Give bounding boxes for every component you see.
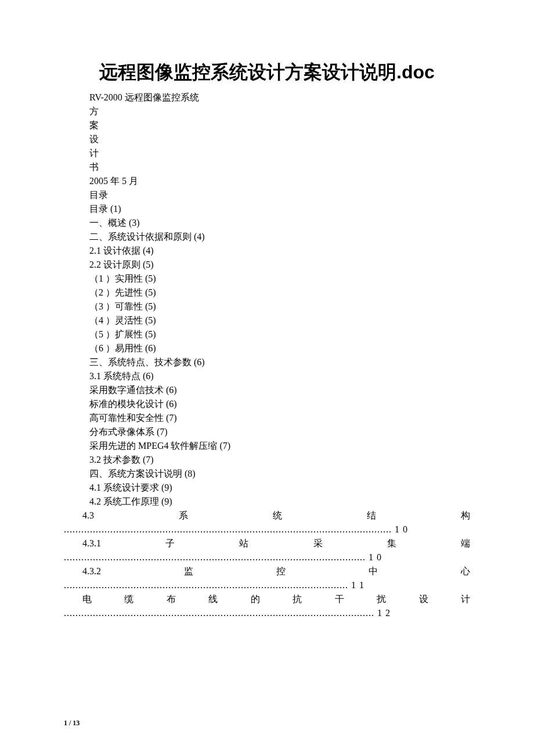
toc-dots: ........................................… bbox=[64, 606, 470, 620]
toc-item: 二、系统设计依据和原则 (4) bbox=[89, 230, 470, 244]
toc-justify-line: 4.3.2 监 控 中 心 bbox=[64, 564, 470, 578]
toc-item: 采用数字通信技术 (6) bbox=[89, 383, 470, 397]
toc-item: （1 ）实用性 (5) bbox=[89, 272, 470, 286]
page: 远程图像监控系统设计方案设计说明.doc RV-2000 远程图像监控系统 方 … bbox=[0, 0, 534, 756]
doc-title: 远程图像监控系统设计方案设计说明.doc bbox=[64, 58, 470, 86]
toc-item: 四、系统方案设计说明 (8) bbox=[89, 467, 470, 481]
cover-char-4: 书 bbox=[89, 160, 470, 174]
toc-item: （4 ）灵活性 (5) bbox=[89, 314, 470, 327]
toc-item: （2 ）先进性 (5) bbox=[89, 286, 470, 300]
toc-header: 目录 bbox=[89, 188, 470, 202]
toc-dots: ........................................… bbox=[64, 550, 470, 564]
doc-date: 2005 年 5 月 bbox=[89, 174, 470, 188]
toc-item: 标准的模块化设计 (6) bbox=[89, 397, 470, 411]
toc-item: （5 ）扩展性 (5) bbox=[89, 327, 470, 341]
cover-char-2: 设 bbox=[89, 132, 470, 146]
toc-item: （3 ）可靠性 (5) bbox=[89, 300, 470, 314]
toc-item: 2.1 设计依据 (4) bbox=[89, 244, 470, 258]
toc-dots: ........................................… bbox=[64, 578, 470, 592]
cover-char-0: 方 bbox=[89, 105, 470, 118]
toc-item: 一、概述 (3) bbox=[89, 216, 470, 230]
cover-char-1: 案 bbox=[89, 118, 470, 132]
toc-item: 4.2 系统工作原理 (9) bbox=[89, 495, 470, 509]
toc-item: 3.2 技术参数 (7) bbox=[89, 453, 470, 467]
toc-justify-line: 4.3.1 子 站 采 集 端 bbox=[64, 537, 470, 550]
toc-item: 2.2 设计原则 (5) bbox=[89, 258, 470, 272]
toc-justify-line: 4.3 系 统 结 构 bbox=[64, 509, 470, 523]
toc-dots: ........................................… bbox=[64, 523, 470, 537]
body-block: RV-2000 远程图像监控系统 方 案 设 计 书 2005 年 5 月 目录… bbox=[64, 91, 470, 509]
subtitle: RV-2000 远程图像监控系统 bbox=[89, 91, 470, 105]
toc-item: 分布式录像体系 (7) bbox=[89, 425, 470, 439]
toc-item: 4.1 系统设计要求 (9) bbox=[89, 481, 470, 495]
page-number: 1 / 13 bbox=[64, 718, 80, 728]
toc-item: 采用先进的 MPEG4 软件解压缩 (7) bbox=[89, 439, 470, 453]
toc-item: 3.1 系统特点 (6) bbox=[89, 369, 470, 383]
toc-justify-line: 电 缆 布 线 的 抗 干 扰 设 计 bbox=[64, 592, 470, 606]
toc-item: 目录 (1) bbox=[89, 202, 470, 216]
toc-item: 三、系统特点、技术参数 (6) bbox=[89, 355, 470, 369]
cover-char-3: 计 bbox=[89, 146, 470, 160]
toc-item: （6 ）易用性 (6) bbox=[89, 341, 470, 355]
toc-item: 高可靠性和安全性 (7) bbox=[89, 411, 470, 425]
